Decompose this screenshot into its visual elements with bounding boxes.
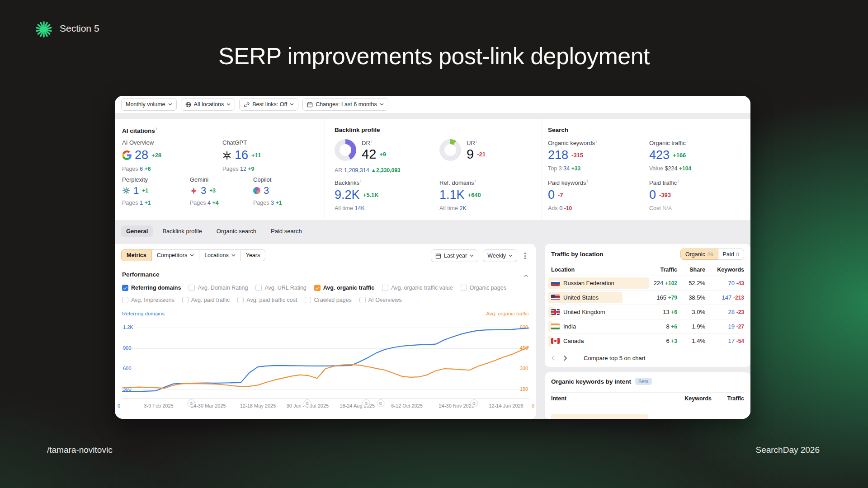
keywords-by-intent-title: Organic keywords by intent: [551, 378, 631, 385]
google-update-marker-icon[interactable]: G: [363, 399, 370, 407]
toggle-organic[interactable]: Organic26: [680, 249, 718, 260]
chart-lines: [122, 321, 529, 399]
chevron-down-icon: [290, 103, 294, 106]
traffic-by-location-title: Traffic by location: [551, 251, 604, 258]
intent-table-header: Intent Keywords Traffic: [551, 392, 744, 404]
location-row[interactable]: India 8 +6 1.9% 19 -27: [551, 319, 744, 334]
metric-gemini: Gemini 3 +3 Pages 4 +4: [190, 176, 218, 206]
monthly-volume-filter-button[interactable]: Monthly volume: [121, 98, 177, 111]
left-series-label: Referring domains: [122, 311, 165, 316]
section-label: Section 5: [60, 23, 99, 34]
tab-backlink-profile[interactable]: Backlink profile: [157, 225, 207, 237]
page-title: SERP improvements post-link deployment: [0, 42, 868, 70]
granularity-button[interactable]: Weekly: [483, 249, 517, 262]
view-segmented-control: Metrics Competitors Locations Years: [121, 249, 265, 261]
chart-x-axis: 0 0 3-9 Feb 2025 24-30 Mar 2025 12-18 Ma…: [122, 401, 529, 410]
metric-ai-overview: AI Overview 28 +28 Pages 6 +6: [122, 139, 161, 172]
link-icon: [244, 102, 250, 108]
google-icon: [122, 150, 132, 160]
location-row[interactable]: Russian Federation 224 +102 52.2% 70 -43: [551, 276, 744, 291]
chevron-down-icon: [380, 103, 384, 106]
backlink-profile-title: Backlink profile: [335, 127, 380, 133]
dr-donut: [335, 139, 356, 161]
date-range-button[interactable]: Last year: [431, 249, 478, 262]
prev-page-chevron-icon[interactable]: [551, 355, 555, 361]
x-tick: 12-14 Jan 2026: [489, 403, 523, 408]
collapse-chevron-up-icon[interactable]: [524, 272, 528, 279]
tab-general[interactable]: General: [121, 225, 153, 237]
x-tick: 12-18 May 2025: [240, 403, 276, 408]
metric-checkbox-ai-overviews[interactable]: AI Overviews: [359, 297, 402, 303]
chevron-down-icon: [168, 103, 172, 106]
changes-filter-button[interactable]: Changes: Last 6 months: [302, 98, 388, 111]
chatgpt-icon: [222, 151, 231, 160]
metric-checkbox-avg-organic-traffic[interactable]: Avg. organic traffic: [314, 285, 374, 291]
ur-donut: [439, 139, 461, 161]
chevron-down-icon: [509, 254, 513, 257]
metric-chatgpt: ChatGPT 16 +11 Pages 12 +9: [222, 139, 261, 172]
more-options-kebab-icon[interactable]: [522, 251, 528, 261]
chevron-down-icon: [470, 254, 474, 257]
google-update-marker-icon[interactable]: G: [303, 399, 311, 407]
metric-checkbox-avg-domain-rating[interactable]: Avg. Domain Rating: [189, 285, 248, 291]
segment-metrics[interactable]: Metrics: [121, 249, 152, 261]
location-row[interactable]: United Kingdom 13 +6 3.0% 28 -23: [551, 305, 744, 319]
intent-row-partial: [551, 414, 648, 419]
chevron-down-icon: [190, 254, 194, 257]
beta-badge: Beta: [635, 378, 652, 385]
metric-checkbox-organic-pages[interactable]: Organic pages: [461, 285, 506, 291]
metric-ref-domains: Ref. domainsi 1.1K+640 All time 2K: [439, 179, 481, 211]
metric-checkbox-referring-domains[interactable]: Referring domains: [122, 285, 181, 291]
next-page-chevron-icon[interactable]: [563, 355, 567, 361]
metric-checkbox-avg-paid-traffic-cost[interactable]: Avg. paid traffic cost: [237, 297, 297, 303]
footer-event: SearchDay 2026: [755, 445, 820, 455]
footer-author: /tamara-novitovic: [47, 445, 113, 455]
dashboard-card: Monthly volume All locations Best links:…: [115, 96, 750, 419]
metric-copilot: Copilot 3 Pages 3 +1: [253, 176, 282, 206]
metric-checkbox-avg-paid-traffic[interactable]: Avg. paid traffic: [182, 297, 230, 303]
flag-russia-icon: [551, 280, 560, 286]
toggle-paid[interactable]: Paid0: [718, 249, 744, 260]
copilot-icon: [253, 187, 260, 194]
tab-paid-search[interactable]: Paid search: [266, 225, 307, 237]
performance-panel: Metrics Competitors Locations Years Last…: [115, 244, 536, 419]
best-links-filter-button[interactable]: Best links: Off: [239, 98, 298, 111]
tab-organic-search[interactable]: Organic search: [212, 225, 261, 237]
segment-locations[interactable]: Locations: [199, 249, 241, 261]
metric-backlinks: Backlinksi 9.2K+5.1K All time 14K: [335, 179, 379, 211]
metric-organic-traffic: Organic traffici 423+166 Value $224 +104: [649, 139, 691, 172]
metric-checkbox-avg-impressions[interactable]: Avg. Impressions: [122, 297, 175, 303]
locations-filter-button[interactable]: All locations: [181, 98, 236, 111]
ar-sub-metric: AR 1,209,314 ▲2,330,093: [335, 167, 401, 174]
x-tick: 6-12 Oct 2025: [391, 403, 423, 408]
x-tick: 3-9 Feb 2025: [144, 403, 173, 408]
metric-perplexity: Perplexity 1 +1 Pages 1 +1: [122, 176, 151, 206]
keywords-by-intent-panel: Organic keywords by intent Beta Intent K…: [545, 372, 750, 419]
segment-years[interactable]: Years: [241, 249, 266, 261]
calendar-icon: [435, 253, 441, 259]
metric-checkbox-avg-url-rating[interactable]: Avg. URL Rating: [255, 285, 306, 291]
segment-competitors[interactable]: Competitors: [152, 249, 199, 261]
metric-checkbox-avg-organic-traffic-value[interactable]: Avg. organic traffic value: [382, 285, 453, 291]
starburst-logo-icon: [35, 21, 52, 38]
google-update-marker-icon[interactable]: G: [377, 399, 384, 407]
globe-icon: [185, 102, 191, 108]
location-row[interactable]: United States 165 +79 38.5% 147 -213: [551, 291, 744, 305]
metric-ur: URi 9-21: [439, 139, 486, 161]
chevron-down-icon: [226, 103, 231, 106]
performance-heading: Performance: [122, 271, 160, 278]
section-tabs: General Backlink profile Organic search …: [121, 225, 307, 237]
x-tick: 24-30 Nov 2025: [439, 403, 474, 408]
flag-india-icon: [551, 324, 560, 329]
gemini-icon: [190, 187, 198, 195]
google-update-marker-icon[interactable]: G: [470, 399, 478, 407]
location-table-header: Location Traffic Share Keywords: [551, 264, 744, 276]
metric-paid-traffic: Paid traffici 0-393 Cost N/A: [649, 179, 679, 211]
metric-checkbox-crawled-pages[interactable]: Crawled pages: [305, 297, 351, 303]
google-update-marker-icon[interactable]: G: [188, 399, 195, 407]
compare-top5-link[interactable]: Compare top 5 on chart: [584, 355, 646, 361]
perplexity-icon: [122, 187, 130, 195]
location-row[interactable]: Canada 6 +3 1.4% 17 -54: [551, 334, 744, 348]
metric-paid-keywords: Paid keywordsi 0-7 Ads 0 -10: [548, 179, 588, 211]
calendar-icon: [307, 102, 313, 108]
